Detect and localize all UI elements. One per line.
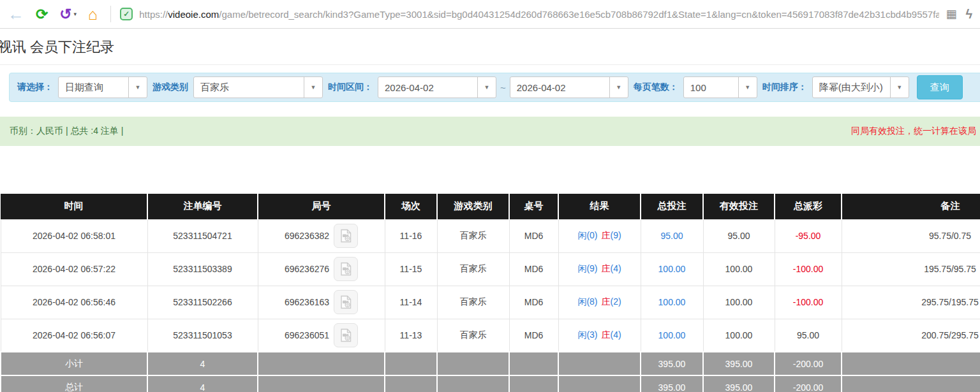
col-header-table-no: 桌号 <box>509 194 558 219</box>
round-number: 696236382 <box>285 231 329 241</box>
qr-code-icon[interactable]: ▦ <box>946 7 956 21</box>
cell-table-no: MD6 <box>509 219 558 252</box>
result-banker-points: (2) <box>611 296 621 307</box>
cell-bet-id: 523311503389 <box>147 252 258 286</box>
query-type-select[interactable]: 日期查询 ▼ <box>58 76 147 98</box>
game-category-select[interactable]: 百家乐 ▼ <box>193 76 323 98</box>
date-to-select[interactable]: 2026-04-02 ▼ <box>510 76 628 98</box>
query-type-value: 日期查询 <box>59 77 128 98</box>
video-replay-button[interactable] <box>334 290 358 314</box>
cell-total-bet[interactable]: 100.00 <box>641 319 703 352</box>
cell-game: 百家乐 <box>437 252 509 286</box>
chevron-down-icon[interactable]: ▼ <box>304 77 322 98</box>
sort-order-label: 时间排序： <box>762 82 807 93</box>
video-file-icon <box>338 261 353 277</box>
video-replay-button[interactable] <box>334 224 358 248</box>
cell-bet-id: 523311502266 <box>147 286 258 319</box>
cell-table-no: MD6 <box>509 286 558 319</box>
summary-bar: 币别：人民币 | 总共 :4 注单 | 同局有效投注，统一计算在该局 <box>0 117 980 146</box>
per-page-select[interactable]: 100 ▼ <box>683 76 757 98</box>
cell-round: 696236276 <box>258 252 385 286</box>
result-banker-label: 庄 <box>602 296 611 307</box>
chevron-down-icon[interactable]: ▼ <box>477 77 496 98</box>
round-number: 696236051 <box>285 330 329 340</box>
undo-caret-icon[interactable]: ▾ <box>74 11 77 17</box>
total-total-bet: 395.00 <box>641 375 703 392</box>
result-banker-points: (4) <box>611 263 621 273</box>
date-from-value: 2026-04-02 <box>378 77 477 98</box>
date-to-value: 2026-04-02 <box>510 77 609 98</box>
cell-session: 11-16 <box>385 219 437 252</box>
col-header-result: 结果 <box>558 194 641 219</box>
subtotal-row: 小计 4 395.00 395.00 -200.00 <box>1 352 980 375</box>
cell-session: 11-14 <box>385 286 437 319</box>
time-range-label: 时间区间： <box>328 82 373 93</box>
chevron-down-icon[interactable]: ▼ <box>609 77 628 98</box>
cell-valid-bet: 100.00 <box>703 252 775 286</box>
cell-bet-id: 523311501053 <box>147 319 258 352</box>
back-icon[interactable]: ← <box>8 6 24 22</box>
per-page-label: 每页笔数： <box>634 82 678 93</box>
chevron-down-icon[interactable]: ▼ <box>128 77 147 98</box>
lightning-icon[interactable]: ϟ <box>965 7 972 22</box>
total-row: 总计 4 395.00 395.00 -200.00 <box>1 375 980 392</box>
result-player-label: 闲 <box>577 296 586 307</box>
result-player-points: (8) <box>586 296 597 307</box>
cell-table-no: MD6 <box>509 252 558 286</box>
video-file-icon <box>338 328 353 343</box>
game-category-value: 百家乐 <box>194 77 304 98</box>
cell-result: 闲(3)庄(4) <box>558 319 641 352</box>
cell-remark: 295.75/195.75 <box>842 286 980 319</box>
col-header-session: 场次 <box>385 194 437 219</box>
cell-remark: 195.75/95.75 <box>842 252 980 286</box>
home-icon[interactable]: ⌂ <box>88 6 98 22</box>
video-replay-button[interactable] <box>334 323 358 347</box>
video-replay-button[interactable] <box>334 257 358 281</box>
cell-round: 696236382 <box>258 219 385 252</box>
chevron-down-icon[interactable]: ▼ <box>890 77 909 98</box>
undo-control[interactable]: ↺ ▾ <box>59 6 77 23</box>
site-security-shield-icon[interactable]: ✓ <box>120 8 133 20</box>
undo-icon[interactable]: ↺ <box>59 6 71 23</box>
url-domain: videoie.com <box>168 9 219 20</box>
cell-time: 2026-04-02 06:56:46 <box>1 286 147 319</box>
refresh-icon[interactable]: ⟳ <box>36 7 48 22</box>
cell-result: 闲(8)庄(2) <box>558 286 641 319</box>
cell-total-bet[interactable]: 100.00 <box>641 286 703 319</box>
col-header-bet-id: 注单编号 <box>147 194 258 219</box>
cell-payout: -100.00 <box>775 286 842 319</box>
cell-round: 696236051 <box>258 319 385 352</box>
sort-order-select[interactable]: 降幂(由大到小) ▼ <box>812 76 909 98</box>
col-header-round: 局号 <box>258 194 385 219</box>
result-player-label: 闲 <box>577 263 586 273</box>
result-banker-label: 庄 <box>602 330 611 340</box>
cell-bet-id: 523311504721 <box>147 219 258 252</box>
chevron-down-icon[interactable]: ▼ <box>738 77 757 98</box>
address-bar[interactable]: https://videoie.com/game/betrecord_searc… <box>139 9 939 20</box>
table-row: 2026-04-02 06:58:01 523311504721 6962363… <box>1 219 980 252</box>
result-player-label: 闲 <box>577 330 586 340</box>
cell-game: 百家乐 <box>437 219 509 252</box>
game-category-label: 游戏类别 <box>152 82 188 93</box>
subtotal-valid-bet: 395.00 <box>703 352 775 375</box>
col-header-valid-bet: 有效投注 <box>703 194 775 219</box>
cell-time: 2026-04-02 06:56:07 <box>1 319 147 352</box>
query-type-label: 请选择： <box>17 82 53 93</box>
col-header-total-bet: 总投注 <box>641 194 703 219</box>
col-header-time: 时间 <box>1 194 147 219</box>
url-path: /game/betrecord_search/kind3?GameType=30… <box>219 9 939 20</box>
cell-total-bet[interactable]: 95.00 <box>641 219 703 252</box>
browser-toolbar: ← ⟳ ↺ ▾ ⌂ ✓ https://videoie.com/game/bet… <box>0 0 980 29</box>
cell-total-bet[interactable]: 100.00 <box>641 252 703 286</box>
round-number: 696236276 <box>285 264 329 274</box>
cell-session: 11-13 <box>385 319 437 352</box>
date-from-select[interactable]: 2026-04-02 ▼ <box>378 76 496 98</box>
cell-game: 百家乐 <box>437 286 509 319</box>
search-button[interactable]: 查询 <box>917 75 963 99</box>
cell-table-no: MD6 <box>509 319 558 352</box>
cell-time: 2026-04-02 06:57:22 <box>1 252 147 286</box>
cell-payout: -95.00 <box>775 219 842 252</box>
result-player-points: (0) <box>586 230 597 240</box>
cell-remark: 200.75/295.75 <box>842 319 980 352</box>
cell-valid-bet: 100.00 <box>703 319 775 352</box>
